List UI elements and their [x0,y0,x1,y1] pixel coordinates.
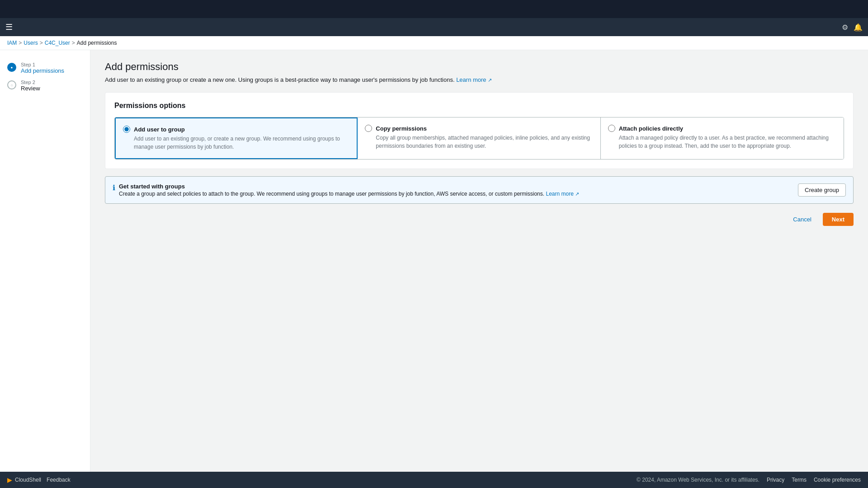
nav-bar: ☰ ⚙ 🔔 [0,18,868,36]
option-3-title: Attach policies directly [619,125,683,132]
step-1-circle [7,63,16,72]
cancel-button[interactable]: Cancel [786,213,818,226]
step-1-number: Step 1 [21,62,64,67]
option-attach-policies[interactable]: Attach policies directly Attach a manage… [601,117,844,159]
permissions-options-title: Permissions options [114,102,844,110]
option-2-header: Copy permissions [365,125,593,132]
footer-left: ▶ CloudShell Feedback [7,476,71,483]
info-content: Get started with groups Create a group a… [119,183,579,197]
settings-icon[interactable]: ⚙ [842,23,848,32]
cloudshell-label[interactable]: CloudShell [15,477,41,483]
cloudshell-brand[interactable]: ▶ CloudShell [7,476,41,483]
option-1-title: Add user to group [134,126,185,133]
cookie-link[interactable]: Cookie preferences [814,477,861,483]
option-3-header: Attach policies directly [608,125,836,132]
privacy-link[interactable]: Privacy [767,477,784,483]
bell-icon[interactable]: 🔔 [854,23,863,32]
page-title: Add permissions [105,61,854,73]
hamburger-icon[interactable]: ☰ [5,22,13,32]
breadcrumb: IAM > Users > C4C_User > Add permissions [0,36,868,50]
option-copy-permissions[interactable]: Copy permissions Copy all group membersh… [358,117,600,159]
cloudshell-icon: ▶ [7,476,12,483]
main-layout: Step 1 Add permissions ○ Step 2 Review A… [0,50,868,472]
option-2-title: Copy permissions [376,125,427,132]
breadcrumb-user[interactable]: C4C_User [45,40,70,46]
info-desc: Create a group and select policies to at… [119,191,579,197]
option-3-radio[interactable] [608,125,615,132]
step-1-labels: Step 1 Add permissions [21,62,64,74]
permissions-options-section: Permissions options Add user to group Ad… [105,92,854,169]
create-group-button[interactable]: Create group [798,183,846,197]
breadcrumb-sep-2: > [40,40,43,46]
breadcrumb-current: Add permissions [77,40,117,46]
option-1-desc: Add user to an existing group, or create… [123,135,349,151]
step-2-item: ○ Step 2 Review [0,77,90,94]
step-2-circle: ○ [7,80,16,89]
option-add-user-to-group[interactable]: Add user to group Add user to an existin… [115,117,358,159]
breadcrumb-users[interactable]: Users [24,40,38,46]
option-1-header: Add user to group [123,126,349,133]
option-2-desc: Copy all group memberships, attached man… [365,134,593,150]
feedback-link[interactable]: Feedback [47,477,71,483]
page-learn-more-link[interactable]: Learn more ↗ [456,76,492,83]
top-bar [0,0,868,18]
info-icon: ℹ [113,183,115,192]
get-started-ext-icon: ↗ [574,191,579,197]
step-2-number: Step 2 [21,80,40,85]
step-1-name: Add permissions [21,67,64,74]
next-button[interactable]: Next [823,213,854,226]
step-1-item: Step 1 Add permissions [0,59,90,77]
info-title: Get started with groups [119,183,579,190]
info-box-left: ℹ Get started with groups Create a group… [113,183,579,197]
breadcrumb-sep-3: > [72,40,75,46]
option-2-radio[interactable] [365,125,372,132]
get-started-box: ℹ Get started with groups Create a group… [105,176,854,204]
get-started-learn-more[interactable]: Learn more ↗ [546,191,579,197]
page-description: Add user to an existing group or create … [105,76,854,83]
terms-link[interactable]: Terms [792,477,807,483]
footer-right: © 2024, Amazon Web Services, Inc. or its… [637,477,861,483]
learn-more-ext-icon: ↗ [488,77,492,83]
footer-copyright: © 2024, Amazon Web Services, Inc. or its… [637,477,760,483]
content-area: Add permissions Add user to an existing … [90,50,868,472]
option-1-radio[interactable] [123,126,130,133]
footer: ▶ CloudShell Feedback © 2024, Amazon Web… [0,472,868,488]
breadcrumb-iam[interactable]: IAM [7,40,17,46]
step-2-name: Review [21,85,40,92]
options-grid: Add user to group Add user to an existin… [114,117,844,160]
action-row: Cancel Next [105,213,854,226]
step-2-labels: Step 2 Review [21,80,40,92]
sidebar: Step 1 Add permissions ○ Step 2 Review [0,50,90,472]
breadcrumb-sep-1: > [19,40,22,46]
option-3-desc: Attach a managed policy directly to a us… [608,134,836,150]
